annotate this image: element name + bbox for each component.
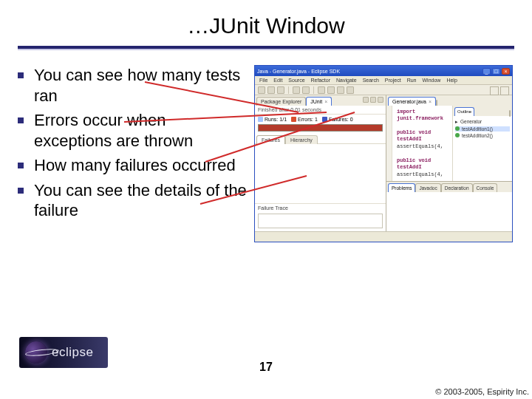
toolbar-icon[interactable] <box>277 86 284 94</box>
bottom-tabs: Problems Javadoc Declaration Console <box>386 182 512 192</box>
code-line: public void testAddI <box>397 157 431 170</box>
junit-view: Finished after 0.01 seconds Runs: 1/1 Er… <box>255 106 386 231</box>
bullet-icon <box>18 163 24 168</box>
toolbar-icon[interactable] <box>302 86 310 94</box>
problems-view <box>386 192 512 231</box>
errors-icon <box>291 117 296 122</box>
toolbar-icon[interactable] <box>318 86 325 94</box>
slide-title: …JUnit Window <box>0 13 532 38</box>
view-menu-icon[interactable] <box>509 110 511 117</box>
errors-value: 1 <box>315 117 318 122</box>
list-item: Errors occur when exceptions are thrown <box>18 110 247 151</box>
code-line: assertEquals(4, <box>397 171 449 178</box>
menu-item[interactable]: Window <box>422 78 440 83</box>
left-view-tabs: Package Explorer JUnit× <box>255 95 386 106</box>
menu-item[interactable]: Search <box>363 78 379 83</box>
bullet-list: You can see how many tests ran Errors oc… <box>18 65 247 242</box>
code-line: assertEquals(4, <box>397 143 449 150</box>
toolbar-icon[interactable] <box>337 86 344 94</box>
method-icon <box>455 133 460 137</box>
bullet-text: You can see how many tests ran <box>34 65 247 106</box>
editor-pane[interactable]: import junit.framework public void testA… <box>386 106 453 181</box>
eclipse-screenshot: Java - Generator.java - Eclipse SDK _ □ … <box>254 65 513 242</box>
editor-tab-generator[interactable]: Generator.java× <box>388 97 436 106</box>
close-icon[interactable]: × <box>502 68 510 75</box>
maximize-view-icon[interactable] <box>378 97 383 103</box>
outline-item[interactable]: testAddition1() <box>455 126 510 132</box>
method-icon <box>455 126 460 131</box>
outline-item[interactable]: testAddition2() <box>455 133 510 138</box>
tab-outline[interactable]: Outline <box>454 107 474 116</box>
junit-progress-fill <box>259 125 382 131</box>
window-titlebar: Java - Generator.java - Eclipse SDK _ □ … <box>255 66 512 76</box>
failures-label: Failures: <box>329 117 349 122</box>
close-tab-icon[interactable]: × <box>324 99 327 104</box>
failure-trace-label: Failure Trace <box>255 203 386 212</box>
perspective-switcher-icon[interactable] <box>490 86 499 95</box>
page-number: 17 <box>0 361 532 374</box>
perspective-java-icon[interactable] <box>500 86 509 95</box>
rule-light <box>18 49 514 50</box>
editor-tabs: Generator.java× <box>386 95 512 106</box>
bullet-text: Errors occur when exceptions are thrown <box>34 110 247 151</box>
toolbar-icon[interactable] <box>258 86 265 94</box>
editor-gutter <box>386 106 392 181</box>
menu-item[interactable]: Source <box>288 78 304 83</box>
outline-view: Outline ▸Generator testAddition1() testA… <box>453 106 512 181</box>
failure-trace-box <box>258 214 383 228</box>
outline-item[interactable]: ▸Generator <box>455 119 510 125</box>
code-line: public void testAddI <box>397 129 431 142</box>
minimize-icon[interactable]: _ <box>482 68 491 75</box>
menu-item[interactable]: Edit <box>273 78 282 83</box>
toolbar-icon[interactable] <box>293 86 300 94</box>
bullet-icon <box>18 188 24 194</box>
tab-package-explorer[interactable]: Package Explorer <box>256 97 306 106</box>
runs-label: Runs: <box>265 117 278 122</box>
menu-item[interactable]: Help <box>446 78 457 83</box>
toolbar-icon[interactable] <box>327 86 335 94</box>
tab-problems[interactable]: Problems <box>388 183 415 192</box>
tab-junit[interactable]: JUnit× <box>306 97 332 106</box>
tab-console[interactable]: Console <box>473 183 498 192</box>
logo-text: eclipse <box>52 345 93 360</box>
junit-counts: Runs: 1/1 Errors: 1 Failures: 0 <box>255 115 386 124</box>
copyright: © 2003-2005, Espirity Inc. <box>435 387 529 396</box>
bullet-text: You can see the details of the failure <box>34 180 247 221</box>
status-bar <box>255 231 512 242</box>
menu-item[interactable]: File <box>259 78 267 83</box>
failures-icon <box>322 117 327 122</box>
list-item: How many failures occurred <box>18 155 247 176</box>
subtab-hierarchy[interactable]: Hierarchy <box>285 135 318 144</box>
view-menu-icon[interactable] <box>363 97 369 103</box>
errors-label: Errors: <box>298 117 313 122</box>
junit-info: Finished after 0.01 seconds <box>255 106 386 115</box>
toolbar-icon[interactable] <box>267 86 275 94</box>
maximize-icon[interactable]: □ <box>492 68 500 75</box>
bullet-icon <box>18 117 24 123</box>
close-tab-icon[interactable]: × <box>429 99 432 104</box>
subtab-failures[interactable]: Failures <box>256 135 285 144</box>
failures-value: 0 <box>350 117 353 122</box>
toolbar-icon[interactable] <box>347 86 354 94</box>
menu-item[interactable]: Run <box>407 78 417 83</box>
minimize-view-icon[interactable] <box>370 97 376 103</box>
runs-value: 1/1 <box>279 117 287 122</box>
list-item: You can see the details of the failure <box>18 180 247 221</box>
list-item: You can see how many tests ran <box>18 65 247 106</box>
bullet-icon <box>18 72 24 78</box>
toolbar <box>255 85 512 95</box>
runs-icon <box>258 117 263 122</box>
window-title: Java - Generator.java - Eclipse SDK <box>257 69 340 74</box>
bullet-text: How many failures occurred <box>34 155 236 176</box>
menu-bar: File Edit Source Refactor Navigate Searc… <box>255 76 512 85</box>
code-line: import junit.framework <box>397 109 443 121</box>
menu-item[interactable]: Navigate <box>336 78 357 83</box>
tab-javadoc[interactable]: Javadoc <box>415 183 440 192</box>
junit-progress-bar <box>258 124 383 132</box>
tab-declaration[interactable]: Declaration <box>441 183 473 192</box>
menu-item[interactable]: Project <box>385 78 401 83</box>
menu-item[interactable]: Refactor <box>311 78 330 83</box>
